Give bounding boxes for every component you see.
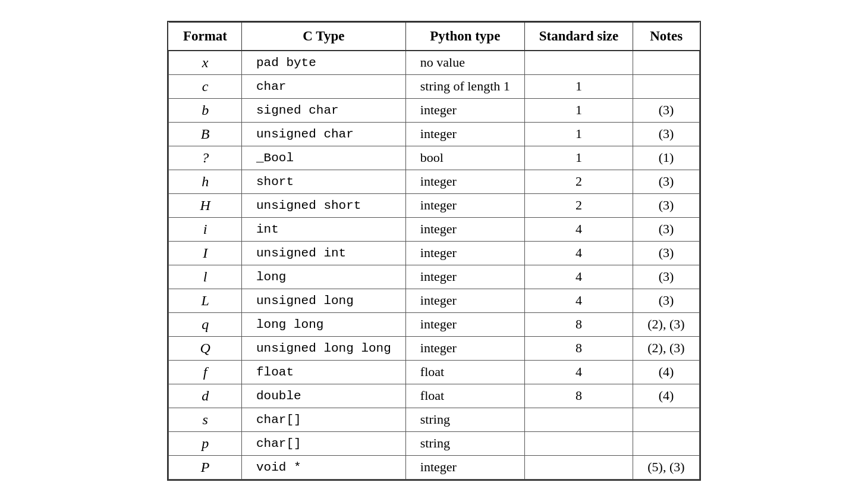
format-table: Format C Type Python type Standard size … <box>168 22 699 480</box>
cell-stdsize: 1 <box>524 74 633 98</box>
cell-pytype: no value <box>405 51 524 75</box>
cell-stdsize: 8 <box>524 312 633 336</box>
cell-stdsize: 4 <box>524 289 633 312</box>
cell-format: h <box>169 170 242 193</box>
cell-pytype: integer <box>405 193 524 217</box>
header-format: Format <box>169 22 242 51</box>
cell-stdsize: 1 <box>524 146 633 170</box>
cell-format: b <box>169 98 242 122</box>
cell-pytype: integer <box>405 455 524 479</box>
cell-notes: (4) <box>633 360 699 384</box>
cell-format: P <box>169 455 242 479</box>
cell-notes <box>633 431 699 455</box>
cell-ctype: signed char <box>241 98 405 122</box>
cell-stdsize: 8 <box>524 384 633 408</box>
cell-format: l <box>169 265 242 289</box>
cell-stdsize: 2 <box>524 193 633 217</box>
cell-ctype: long <box>241 265 405 289</box>
cell-notes: (3) <box>633 170 699 193</box>
cell-stdsize: 4 <box>524 360 633 384</box>
table-row: Hunsigned shortinteger2(3) <box>169 193 699 217</box>
cell-format: p <box>169 431 242 455</box>
cell-notes: (3) <box>633 98 699 122</box>
cell-format: B <box>169 122 242 146</box>
header-ctype: C Type <box>241 22 405 51</box>
table-row: qlong longinteger8(2), (3) <box>169 312 699 336</box>
table-row: pchar[]string <box>169 431 699 455</box>
cell-notes <box>633 74 699 98</box>
cell-ctype: long long <box>241 312 405 336</box>
header-stdsize: Standard size <box>524 22 633 51</box>
cell-notes: (3) <box>633 193 699 217</box>
cell-pytype: bool <box>405 146 524 170</box>
cell-pytype: string <box>405 431 524 455</box>
cell-ctype: unsigned long <box>241 289 405 312</box>
cell-pytype: float <box>405 384 524 408</box>
cell-notes: (2), (3) <box>633 336 699 360</box>
cell-pytype: string <box>405 408 524 431</box>
header-row: Format C Type Python type Standard size … <box>169 22 699 51</box>
cell-pytype: string of length 1 <box>405 74 524 98</box>
table-row: Bunsigned charinteger1(3) <box>169 122 699 146</box>
table-row: ddoublefloat8(4) <box>169 384 699 408</box>
cell-format: Q <box>169 336 242 360</box>
cell-stdsize: 1 <box>524 122 633 146</box>
main-table-container: Format C Type Python type Standard size … <box>167 21 700 481</box>
cell-ctype: char[] <box>241 408 405 431</box>
table-row: schar[]string <box>169 408 699 431</box>
cell-ctype: char[] <box>241 431 405 455</box>
cell-ctype: unsigned int <box>241 241 405 265</box>
table-row: hshortinteger2(3) <box>169 170 699 193</box>
table-row: Iunsigned intinteger4(3) <box>169 241 699 265</box>
cell-ctype: unsigned short <box>241 193 405 217</box>
cell-stdsize <box>524 408 633 431</box>
cell-ctype: void * <box>241 455 405 479</box>
table-row: xpad byteno value <box>169 51 699 75</box>
cell-stdsize: 2 <box>524 170 633 193</box>
table-row: llonginteger4(3) <box>169 265 699 289</box>
cell-pytype: integer <box>405 265 524 289</box>
table-row: ?_Boolbool1(1) <box>169 146 699 170</box>
cell-format: ? <box>169 146 242 170</box>
table-row: ffloatfloat4(4) <box>169 360 699 384</box>
cell-format: x <box>169 51 242 75</box>
cell-format: i <box>169 217 242 241</box>
cell-notes: (5), (3) <box>633 455 699 479</box>
cell-notes: (3) <box>633 122 699 146</box>
cell-pytype: integer <box>405 336 524 360</box>
cell-notes: (4) <box>633 384 699 408</box>
cell-notes: (1) <box>633 146 699 170</box>
table-row: iintinteger4(3) <box>169 217 699 241</box>
cell-ctype: pad byte <box>241 51 405 75</box>
cell-format: L <box>169 289 242 312</box>
cell-pytype: integer <box>405 217 524 241</box>
cell-format: f <box>169 360 242 384</box>
cell-ctype: _Bool <box>241 146 405 170</box>
header-pytype: Python type <box>405 22 524 51</box>
cell-pytype: integer <box>405 98 524 122</box>
table-row: Lunsigned longinteger4(3) <box>169 289 699 312</box>
cell-stdsize: 8 <box>524 336 633 360</box>
cell-notes: (3) <box>633 241 699 265</box>
cell-ctype: double <box>241 384 405 408</box>
cell-notes: (3) <box>633 289 699 312</box>
cell-stdsize <box>524 455 633 479</box>
cell-notes <box>633 408 699 431</box>
cell-ctype: short <box>241 170 405 193</box>
cell-ctype: float <box>241 360 405 384</box>
cell-ctype: unsigned long long <box>241 336 405 360</box>
cell-notes: (2), (3) <box>633 312 699 336</box>
cell-format: d <box>169 384 242 408</box>
cell-notes <box>633 51 699 75</box>
cell-stdsize: 4 <box>524 241 633 265</box>
cell-stdsize: 4 <box>524 217 633 241</box>
cell-pytype: integer <box>405 241 524 265</box>
cell-pytype: integer <box>405 122 524 146</box>
cell-notes: (3) <box>633 217 699 241</box>
header-notes: Notes <box>633 22 699 51</box>
cell-format: s <box>169 408 242 431</box>
table-row: Pvoid *integer(5), (3) <box>169 455 699 479</box>
cell-ctype: int <box>241 217 405 241</box>
cell-pytype: integer <box>405 289 524 312</box>
cell-ctype: char <box>241 74 405 98</box>
